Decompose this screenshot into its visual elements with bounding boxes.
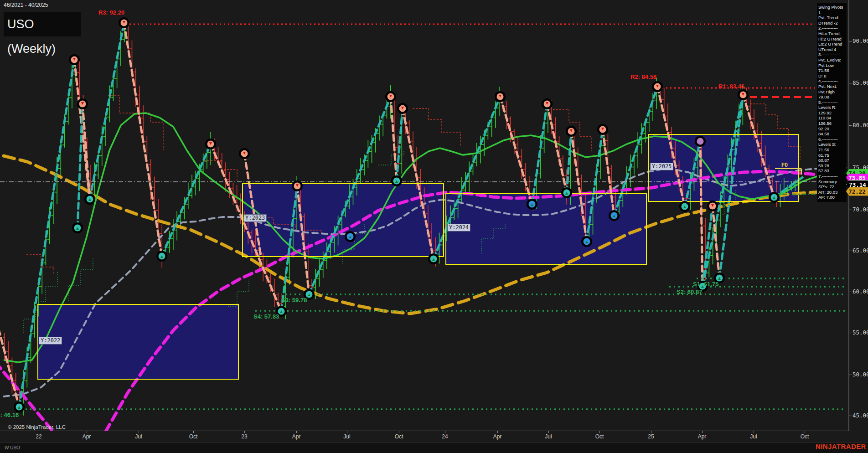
level-label-S1[interactable]: S1: 61.75 [693,281,718,288]
time-tick-mark [548,431,549,433]
time-tick-mark [497,431,498,433]
pivot-marker[interactable] [156,251,167,262]
time-tick-label: Jul [750,433,757,440]
year-range-box[interactable] [243,184,444,257]
year-range-label[interactable]: Y:2024 [447,224,470,232]
time-tick-label: Jul [545,433,552,440]
pivot-marker[interactable] [695,136,706,147]
pivot-marker[interactable] [609,210,620,221]
pivot-marker[interactable] [72,222,83,233]
year-range-label[interactable]: Y:2023 [243,214,267,222]
time-tick-mark [87,431,87,433]
time-tick-label: Oct [395,433,403,440]
stop-step-line-red [413,108,460,147]
chart-tab-w-uso[interactable]: W USO [5,445,20,450]
time-tick-label: Apr [698,433,707,440]
pivot-marker[interactable] [769,192,780,203]
price-tick-mark [849,251,852,251]
swing-leg-down[interactable] [124,23,162,256]
pivot-marker[interactable] [542,98,553,109]
year-range-box[interactable] [446,194,646,264]
time-tick-mark [702,431,703,433]
time-tick-mark [244,431,245,433]
pivot-marker[interactable] [566,126,577,137]
symbol-title: USO (Weekly) [4,12,81,36]
time-tick-label: Jul [343,433,350,440]
price-tick-mark [849,168,852,168]
pivot-marker[interactable] [391,175,402,186]
year-range-box[interactable] [38,304,238,379]
pivot-marker[interactable] [652,81,663,92]
pivot-marker[interactable] [679,201,690,212]
time-tick-label: Oct [189,433,198,440]
pivot-marker[interactable] [495,91,506,102]
level-label-R2[interactable]: R2: 84.58 [630,73,656,80]
level-label-S2[interactable]: S2: 60.87 [677,288,702,295]
price-tick-label: 45.00 [852,412,868,419]
pivot-marker[interactable] [14,402,25,412]
pivot-marker[interactable] [397,103,408,114]
price-marker-tag[interactable]: 72.22 [846,187,868,196]
price-tick-mark [849,83,852,83]
price-tick-label: 55.00 [852,329,868,336]
pivot-marker[interactable] [527,199,537,210]
swing-leg-up[interactable] [532,104,547,204]
time-tick-mark [193,431,194,433]
year-range-label[interactable]: Y:2025 [650,163,673,170]
level-label-S3[interactable]: S3: 59.78 [281,297,307,304]
level-label-S4[interactable]: S4: 57.83 [253,313,279,320]
price-tick-label: 70.00 [852,206,868,213]
swing-pivots-panel[interactable]: Swing Pivots 1.----------- Pvt. Trend: D… [817,3,847,202]
time-tick-label: 25 [648,433,654,440]
price-tick-mark [849,333,852,333]
price-tick-label: 80.00 [852,122,868,129]
year-range-label[interactable]: Y:2022 [39,337,62,345]
pivot-marker[interactable] [77,98,88,109]
swing-leg-up[interactable] [90,23,124,199]
ninjatrader-chart-window: 46/2021 - 40/2025 USO (Weekly) Swing Piv… [0,0,868,453]
ninjatrader-logo: NINJATRADER [816,443,866,450]
pivot-marker[interactable] [69,54,80,65]
pivot-marker[interactable] [345,231,356,242]
price-chart-canvas[interactable] [0,0,868,453]
stop-step-line-green [378,150,404,165]
tab-strip [0,443,868,453]
visible-range-label: 46/2021 - 40/2025 [4,2,48,8]
level-label-R3[interactable]: R3: 92.20 [98,9,124,16]
time-tick-mark [651,431,651,433]
pivot-marker[interactable] [428,253,439,264]
pivot-marker[interactable] [597,124,608,135]
pivot-marker[interactable] [738,89,749,100]
stop-step-line-green [68,258,93,301]
time-tick-label: Jul [135,433,142,440]
price-tick-label: 85.00 [852,79,868,86]
swing-leg-down[interactable] [391,97,397,181]
time-tick-label: Apr [493,433,502,440]
time-tick-mark [139,431,139,433]
level-label-R1[interactable]: R1: 83.46 [718,83,744,90]
pivot-dot [697,138,704,145]
level-label-S[interactable]: S: 46.16 [0,412,19,418]
pivot-marker[interactable] [707,201,718,211]
swing-leg-down[interactable] [547,104,567,193]
swing-leg-up[interactable] [78,104,83,228]
pivot-marker[interactable] [205,139,216,149]
time-tick-mark [599,431,600,433]
time-tick-mark [399,431,399,433]
pivot-marker[interactable] [385,91,396,102]
copyright-watermark: © 2025 NinjaTrader, LLC [8,424,66,430]
price-tick-label: 65.00 [852,247,868,254]
pivot-marker[interactable] [119,17,129,28]
pivot-marker[interactable] [581,236,592,247]
pivot-marker[interactable] [292,180,303,191]
pivot-marker[interactable] [239,148,250,159]
pivot-marker[interactable] [84,194,95,205]
pivot-marker[interactable] [561,187,572,198]
swing-leg-down[interactable] [500,97,532,204]
price-tick-label: 50.00 [852,371,868,378]
price-tick-mark [849,125,852,126]
time-tick-label: Oct [595,433,604,440]
f0-annotation-label[interactable]: F0 [781,162,788,168]
time-tick-label: 22 [36,433,41,440]
price-tick-mark [849,41,852,41]
